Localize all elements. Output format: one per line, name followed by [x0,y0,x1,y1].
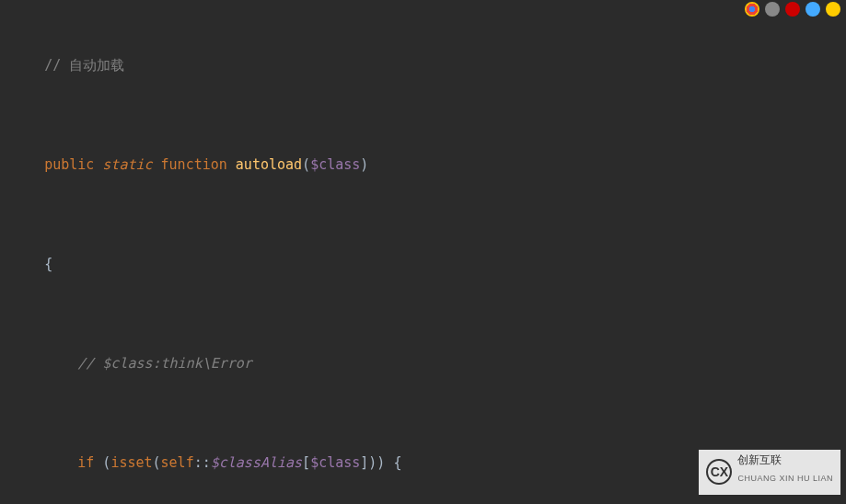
extension-icon[interactable] [805,2,820,17]
watermark-logo: CX [706,459,732,485]
keyword-static: static [102,156,152,173]
extension-icon[interactable] [745,2,759,17]
variable: $class [310,156,360,173]
keyword-function: function [161,156,227,173]
extension-icon[interactable] [785,2,800,17]
watermark-subtitle: CHUANG XIN HU LIAN [737,466,833,491]
extension-icon[interactable] [826,2,840,17]
code-editor[interactable]: // 自动加载 public static function autoload(… [0,0,846,504]
watermark: CX 创新互联 CHUANG XIN HU LIAN [699,450,840,495]
extension-icon[interactable] [765,2,780,17]
watermark-title: 创新互联 [737,453,833,466]
code-line: public static function autoload($class) [4,153,846,178]
browser-extension-icons [745,2,840,17]
code-line: // $class:think\Error [4,351,846,376]
comment: // 自动加载 [44,57,124,74]
code-line: { [4,252,846,277]
function-name: autoload [236,156,302,173]
keyword-public: public [44,156,94,173]
code-line: // 自动加载 [4,53,846,78]
comment: // $class:think\Error [77,355,252,372]
